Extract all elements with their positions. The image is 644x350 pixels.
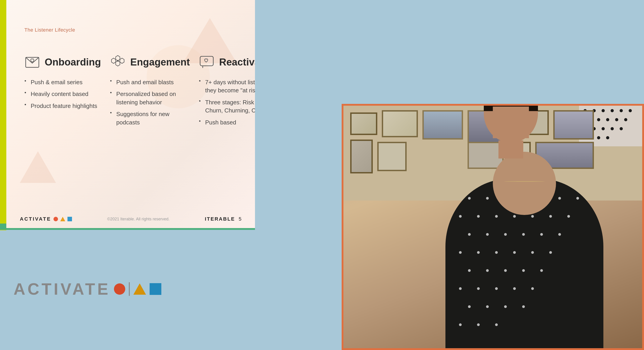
presentation-slide: The Listener Lifecycle Onboarding Push &… <box>6 0 255 228</box>
frame-content-9 <box>469 143 502 168</box>
footer-page-number: 5 <box>239 216 242 222</box>
necklace <box>504 181 545 182</box>
reactivation-bullet-3: Push based <box>199 118 255 126</box>
bottom-yellow-triangle <box>133 283 146 295</box>
footer-brand: ITERABLE 5 <box>205 216 242 222</box>
svg-marker-3 <box>112 58 116 64</box>
engagement-bullets: Push and email blasts Personalized based… <box>110 78 190 126</box>
slide-footer: ACTIVATE ©2021 Iterable. All rights rese… <box>6 210 255 228</box>
frame-content-4 <box>352 141 372 172</box>
wall-frame-5 <box>377 142 406 171</box>
person-body <box>446 179 604 348</box>
dot <box>629 109 632 112</box>
onboarding-bullet-3: Product feature highlights <box>24 102 101 110</box>
bottom-activate-text: ACTIVATE <box>14 280 110 298</box>
bottom-divider <box>129 282 130 296</box>
dot <box>602 127 605 130</box>
footer-copyright: ©2021 Iterable. All rights reserved. <box>107 217 170 221</box>
video-panel <box>342 104 644 350</box>
dot <box>610 127 614 130</box>
reactivation-header: Reactivation <box>199 54 255 70</box>
bottom-activate-logo: ACTIVATE <box>14 280 161 298</box>
reactivation-bullets: 7+ days without listening, they become "… <box>199 78 255 126</box>
footer-iterable-text: ITERABLE <box>205 216 235 222</box>
heart-chat-icon <box>199 54 214 70</box>
engagement-bullet-2: Personalized based on listening behavior <box>110 90 190 106</box>
bottom-blue-square <box>150 283 161 295</box>
reactivation-bullet-1: 7+ days without listening, they become "… <box>199 78 255 95</box>
reactivation-bullet-2: Three stages: Risk of Churn, Churning, C… <box>199 98 255 115</box>
wall-frame-2 <box>382 110 418 137</box>
dot <box>597 136 600 139</box>
person-silhouette <box>446 179 604 348</box>
svg-point-5 <box>117 60 118 62</box>
decor-triangle-2 <box>20 151 56 183</box>
onboarding-bullets: Push & email series Heavily content base… <box>24 78 101 110</box>
svg-marker-4 <box>120 58 124 64</box>
sections-container: Onboarding Push & email series Heavily c… <box>20 54 246 130</box>
onboarding-bullet-1: Push & email series <box>24 78 101 86</box>
dot <box>606 136 609 139</box>
dot <box>620 127 623 130</box>
dot <box>624 118 627 121</box>
section-reactivation: Reactivation 7+ days without listening, … <box>194 54 255 130</box>
frame-content-3 <box>424 112 462 138</box>
dot <box>615 118 618 121</box>
frame-content-8 <box>555 112 592 138</box>
section-onboarding: Onboarding Push & email series Heavily c… <box>20 54 106 130</box>
slide-subtitle: The Listener Lifecycle <box>24 27 75 33</box>
svg-marker-1 <box>116 56 120 61</box>
dot <box>606 118 609 121</box>
shirt-pattern <box>446 179 604 348</box>
footer-yellow-triangle <box>60 217 65 221</box>
bottom-red-dot <box>114 283 125 295</box>
frame-content-1 <box>352 114 376 134</box>
dot <box>610 109 614 112</box>
onboarding-header: Onboarding <box>24 54 101 70</box>
envelope-heart-icon <box>24 54 40 70</box>
footer-red-dot <box>54 217 58 221</box>
frame-content-5 <box>379 143 405 170</box>
footer-activate-logo: ACTIVATE <box>20 216 72 222</box>
svg-rect-6 <box>200 56 213 66</box>
engagement-title: Engagement <box>130 57 190 68</box>
dot <box>602 109 605 112</box>
onboarding-title: Onboarding <box>45 57 101 68</box>
engagement-header: Engagement <box>110 54 190 70</box>
engagement-bullet-3: Suggestions for new podcasts <box>110 110 190 126</box>
dot <box>597 118 600 121</box>
dot <box>620 109 623 112</box>
engagement-bullet-1: Push and email blasts <box>110 78 190 86</box>
reactivation-title: Reactivation <box>219 57 255 68</box>
left-accent-bar <box>0 0 6 230</box>
footer-blue-square <box>68 217 72 221</box>
bottom-watermark-area: ACTIVATE <box>0 228 373 350</box>
person-face <box>493 107 529 138</box>
person-neck <box>498 140 523 159</box>
wall-frame-3 <box>422 110 463 140</box>
section-engagement: Engagement Push and email blasts Persona… <box>106 54 194 130</box>
footer-activate-text: ACTIVATE <box>20 216 51 222</box>
frame-content-2 <box>383 112 416 136</box>
wall-frame-9 <box>468 142 504 169</box>
video-person-background <box>344 106 642 348</box>
hexagon-network-icon <box>110 54 126 70</box>
wall-frame-4 <box>350 140 373 173</box>
onboarding-bullet-2: Heavily content based <box>24 90 101 98</box>
wall-frame-8 <box>553 110 594 140</box>
wall-frame-1 <box>350 112 377 135</box>
